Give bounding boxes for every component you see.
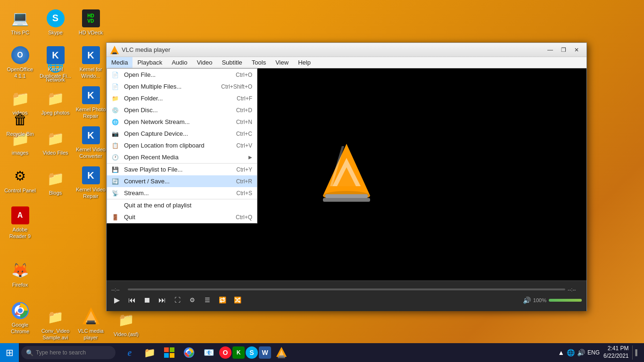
kernel-win-icon: K bbox=[82, 46, 100, 65]
adobe-label: Adobe Reader 9 bbox=[4, 227, 36, 239]
menu-open-location[interactable]: 📋 Open Location from clipboard Ctrl+V bbox=[107, 140, 257, 151]
menu-subtitle[interactable]: Subtitle bbox=[217, 57, 247, 68]
svg-rect-19 bbox=[170, 347, 174, 352]
menu-media[interactable]: Media bbox=[107, 57, 132, 68]
search-bar[interactable]: 🔍 Type here to search bbox=[21, 346, 116, 359]
extended-button[interactable]: ⚙ bbox=[187, 295, 198, 306]
desktop-icon-hdvdeck[interactable]: HDVD HD VDeck bbox=[73, 2, 108, 42]
desktop-icon-kernel-photo[interactable]: K Kernel Photo Repair bbox=[73, 82, 108, 123]
menu-help[interactable]: Help bbox=[293, 57, 315, 68]
vlc-titlebar: VLC media player — ❐ ✕ bbox=[107, 43, 586, 57]
menu-open-recent[interactable]: 🕐 Open Recent Media ▶ bbox=[107, 151, 257, 164]
stop-button[interactable]: ⏹ bbox=[141, 295, 153, 306]
desktop-icon-control-panel[interactable]: ⚙ Control Panel bbox=[2, 160, 38, 200]
next-button[interactable]: ⏭ bbox=[157, 295, 168, 306]
desktop-icon-vlc-desk[interactable]: VLC media player bbox=[73, 304, 108, 344]
menu-open-multiple[interactable]: 📄 Open Multiple Files... Ctrl+Shift+O bbox=[107, 81, 257, 92]
desktop-icon-kernel-win[interactable]: K Kernel for Windo... bbox=[73, 42, 108, 82]
taskbar-kaspersky[interactable]: K bbox=[232, 346, 245, 359]
this-pc-icon: 💻 bbox=[11, 9, 30, 28]
video-files-label: Video Files bbox=[42, 150, 68, 156]
desktop-icon-kernel-vid-rep[interactable]: K Kernel Video Repair bbox=[73, 163, 108, 203]
taskbar-word[interactable]: W bbox=[259, 346, 271, 359]
taskbar-opera[interactable]: O bbox=[219, 346, 231, 359]
jpeg-folder-icon: 📁 bbox=[46, 89, 65, 108]
show-desktop-button[interactable]: ▌ bbox=[632, 346, 639, 360]
desktop-icon-kernel-vid-conv[interactable]: K Kernel Video Converter bbox=[73, 123, 108, 163]
menu-stream[interactable]: 📡 Stream... Ctrl+S bbox=[107, 187, 257, 199]
open-network-shortcut: Ctrl+N bbox=[236, 119, 252, 125]
taskbar-skype[interactable]: S bbox=[246, 346, 258, 359]
vlc-logo-icon bbox=[110, 46, 119, 54]
desktop: 💻 This PC O OpenOffice 4.1.1 📁 videos 📁 … bbox=[0, 0, 644, 362]
search-placeholder: Type here to search bbox=[36, 349, 86, 356]
desktop-icon-blogs[interactable]: 📁 Blogs bbox=[38, 163, 73, 203]
convert-save-icon: 🔄 bbox=[112, 178, 121, 185]
taskbar-vlc[interactable] bbox=[272, 343, 291, 362]
convert-save-shortcut: Ctrl+R bbox=[236, 178, 252, 185]
menu-quit[interactable]: 🚪 Quit Ctrl+Q bbox=[107, 211, 257, 223]
desktop-icon-conv-video[interactable]: 📁 Conv_Video Sample.avi bbox=[38, 304, 73, 344]
menu-open-network[interactable]: 🌐 Open Network Stream... Ctrl+N bbox=[107, 116, 257, 128]
desktop-icon-kernel-dup[interactable]: K Kernel Duplicate Fi... bbox=[38, 42, 73, 82]
taskbar-ie[interactable]: e bbox=[120, 343, 139, 362]
timeline-end: --:-- bbox=[568, 287, 582, 292]
menu-open-disc[interactable]: 💿 Open Disc... Ctrl+D bbox=[107, 104, 257, 116]
desktop-icon-adobe[interactable]: A Adobe Reader 9 bbox=[2, 203, 38, 243]
open-capture-shortcut: Ctrl+C bbox=[236, 131, 252, 137]
taskbar-mail[interactable]: 📧 bbox=[199, 343, 218, 362]
prev-button[interactable]: ⏮ bbox=[126, 295, 138, 306]
close-button[interactable]: ✕ bbox=[570, 45, 583, 55]
fullscreen-button[interactable]: ⛶ bbox=[172, 295, 183, 306]
desktop-icon-recycle[interactable]: 🗑 Recycle Bin bbox=[2, 104, 38, 144]
menu-playback[interactable]: Playback bbox=[132, 57, 167, 68]
minimize-button[interactable]: — bbox=[544, 45, 556, 55]
timeline-bar[interactable] bbox=[128, 288, 565, 290]
loop-button[interactable]: 🔁 bbox=[217, 295, 228, 306]
play-button[interactable]: ▶ bbox=[111, 295, 123, 306]
menu-tools[interactable]: Tools bbox=[247, 57, 271, 68]
random-button[interactable]: 🔀 bbox=[232, 295, 243, 306]
video-asf-label: Video.(asf) bbox=[114, 331, 139, 337]
open-network-label: Open Network Stream... bbox=[124, 118, 227, 125]
restore-button[interactable]: ❐ bbox=[557, 45, 570, 55]
menu-quit-end[interactable]: Quit at the end of playlist bbox=[107, 199, 257, 211]
clock-time: 2:41 PM bbox=[603, 345, 628, 353]
taskbar-store[interactable] bbox=[160, 343, 179, 362]
desktop-icon-openoffice[interactable]: O OpenOffice 4.1.1 bbox=[2, 42, 38, 82]
desktop-icon-this-pc[interactable]: 💻 This PC bbox=[2, 2, 38, 42]
chrome-icon bbox=[11, 301, 30, 320]
lang-indicator[interactable]: ENG bbox=[587, 349, 600, 356]
menu-open-file[interactable]: 📄 Open File... Ctrl+O bbox=[107, 69, 257, 81]
kernel-vid-rep-label: Kernel Video Repair bbox=[74, 187, 107, 199]
volume-slider[interactable] bbox=[549, 299, 582, 302]
vlc-window: VLC media player — ❐ ✕ Media Playback Au… bbox=[106, 42, 587, 311]
menu-save-playlist[interactable]: 💾 Save Playlist to File... Ctrl+Y bbox=[107, 164, 257, 175]
network-tray-icon[interactable]: 🌐 bbox=[567, 349, 575, 356]
playlist-button[interactable]: ☰ bbox=[202, 295, 213, 306]
desktop-icon-skype2[interactable]: S Skype bbox=[38, 2, 73, 42]
menu-view[interactable]: View bbox=[271, 57, 293, 68]
start-button[interactable]: ⊞ bbox=[0, 343, 19, 362]
desktop-icon-firefox[interactable]: 🦊 Firefox bbox=[2, 255, 38, 295]
svg-rect-6 bbox=[87, 321, 95, 322]
menu-video[interactable]: Video bbox=[192, 57, 217, 68]
svg-rect-15 bbox=[325, 194, 368, 198]
desktop-icon-jpeg[interactable]: 📁 Jpeg photos bbox=[38, 82, 73, 123]
clock[interactable]: 2:41 PM 6/22/2021 bbox=[603, 345, 628, 360]
menu-open-folder[interactable]: 📁 Open Folder... Ctrl+F bbox=[107, 92, 257, 104]
menu-audio[interactable]: Audio bbox=[167, 57, 192, 68]
desktop-icon-chrome[interactable]: Google Chrome bbox=[2, 298, 38, 338]
tray-expand-icon[interactable]: ▲ bbox=[558, 349, 564, 356]
menu-open-capture[interactable]: 📷 Open Capture Device... Ctrl+C bbox=[107, 128, 257, 140]
volume-tray-icon[interactable]: 🔊 bbox=[577, 349, 585, 356]
svg-rect-10 bbox=[112, 53, 117, 54]
hdvdeck-label: HD VDeck bbox=[79, 30, 103, 36]
menu-convert-save[interactable]: 🔄 Convert / Save... Ctrl+R bbox=[107, 175, 257, 187]
taskbar-pinned-icons: e 📁 bbox=[118, 343, 293, 362]
taskbar-chrome[interactable] bbox=[180, 343, 198, 362]
desktop-icon-video-files[interactable]: 📁 Video Files bbox=[38, 123, 73, 163]
svg-rect-9 bbox=[113, 52, 116, 53]
taskbar-explorer[interactable]: 📁 bbox=[140, 343, 159, 362]
svg-rect-7 bbox=[86, 322, 96, 324]
